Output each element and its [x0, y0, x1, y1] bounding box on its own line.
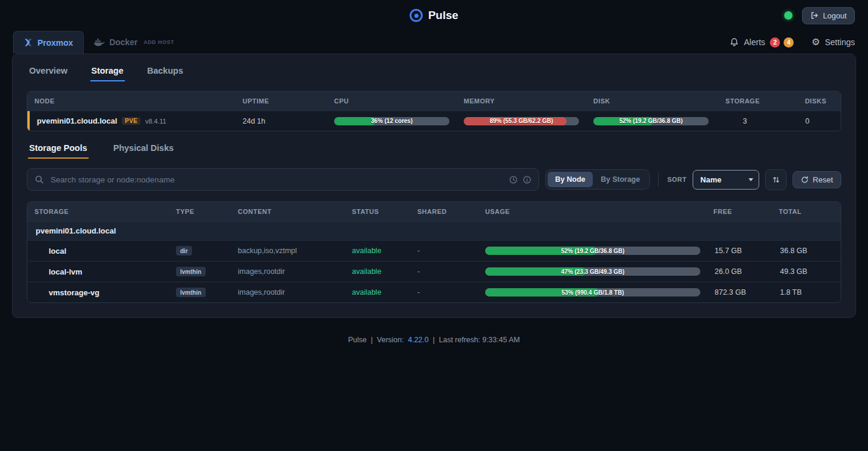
toolbar-divider — [658, 172, 659, 187]
storage-toolbar: By Node By Storage SORT Name Reset — [27, 168, 841, 191]
col-node: NODE — [27, 92, 235, 111]
col-disks: DISKS — [774, 92, 841, 111]
history-icon[interactable] — [509, 175, 518, 184]
storage-usage-label: 52% (19.2 GB/36.8 GB) — [485, 247, 700, 255]
pulse-logo-icon — [410, 9, 423, 22]
table-row[interactable]: vmstorage-vg lvmthin images,rootdir avai… — [27, 282, 841, 302]
group-by-toggle: By Node By Storage — [545, 169, 650, 190]
type-badge: lvmthin — [176, 288, 206, 297]
tab-overview[interactable]: Overview — [28, 66, 69, 81]
col-storage-name: STORAGE — [27, 202, 169, 221]
storage-shared: - — [410, 262, 478, 281]
storage-usage-bar: 52% (19.2 GB/36.8 GB) — [485, 247, 700, 255]
alerts-button[interactable]: Alerts 2 4 — [729, 37, 794, 48]
node-row[interactable]: pvemini01.cloud.local PVE v8.4.11 24d 1h… — [27, 111, 841, 131]
nav-bar: Proxmox Docker ADD HOST Alerts 2 4 ⚙ Set… — [0, 31, 868, 53]
node-group-row[interactable]: pvemini01.cloud.local — [27, 221, 841, 240]
storage-sub-tabs: Storage Pools Physical Disks — [28, 143, 840, 159]
app-title: Pulse — [428, 9, 458, 22]
gear-icon: ⚙ — [812, 37, 820, 47]
storage-shared: - — [410, 241, 478, 260]
tab-proxmox[interactable]: Proxmox — [13, 31, 84, 53]
reset-label: Reset — [813, 175, 833, 184]
table-row[interactable]: local dir backup,iso,vztmpl available - … — [27, 240, 841, 261]
col-memory: MEMORY — [457, 92, 586, 111]
node-table-header: NODE UPTIME CPU MEMORY DISK STORAGE DISK… — [27, 92, 841, 111]
storage-content: images,rootdir — [231, 283, 345, 302]
storage-free: 872.3 GB — [707, 283, 773, 302]
logout-button[interactable]: Logout — [802, 7, 855, 24]
top-bar: Pulse Logout — [0, 0, 868, 31]
node-table: NODE UPTIME CPU MEMORY DISK STORAGE DISK… — [27, 91, 841, 131]
group-by-storage-button[interactable]: By Storage — [593, 172, 647, 187]
footer-version-link[interactable]: 4.22.0 — [408, 336, 429, 344]
memory-usage-label: 89% (55.3 GB/62.2 GB) — [464, 117, 579, 125]
storage-total: 1.8 TB — [773, 283, 841, 302]
storage-name[interactable]: local — [27, 241, 169, 261]
col-storage: STORAGE — [716, 92, 774, 111]
storage-shared: - — [410, 283, 478, 302]
settings-button[interactable]: ⚙ Settings — [812, 37, 855, 47]
type-badge: dir — [176, 246, 192, 256]
sort-direction-button[interactable] — [765, 169, 787, 190]
connection-status-dot — [784, 11, 792, 20]
footer: Pulse | Version: 4.22.0 | Last refresh: … — [0, 336, 868, 344]
storage-free: 26.0 GB — [707, 262, 773, 281]
col-cpu: CPU — [327, 92, 457, 111]
footer-separator: | — [371, 336, 373, 344]
storage-usage-bar: 47% (23.3 GB/49.3 GB) — [485, 267, 700, 276]
col-status: STATUS — [345, 202, 410, 221]
search-icon — [34, 175, 44, 184]
storage-content: images,rootdir — [231, 262, 345, 281]
logout-label: Logout — [823, 11, 847, 20]
sort-select[interactable]: Name — [693, 170, 759, 190]
tab-physical-disks[interactable]: Physical Disks — [112, 143, 175, 159]
bell-icon — [729, 37, 739, 47]
sort-label: SORT — [667, 176, 687, 183]
col-type: TYPE — [169, 202, 231, 221]
cpu-usage-bar: 36% (12 cores) — [334, 117, 449, 125]
proxmox-icon — [24, 38, 33, 47]
tab-backups[interactable]: Backups — [146, 66, 184, 81]
storage-name[interactable]: local-lvm — [27, 262, 169, 282]
sort-arrows-icon — [772, 176, 780, 184]
refresh-icon — [801, 176, 809, 184]
node-uptime: 24d 1h — [235, 112, 327, 131]
type-badge: lvmthin — [176, 267, 206, 276]
main-tabs: Overview Storage Backups — [28, 66, 840, 81]
storage-free: 15.7 GB — [707, 241, 773, 260]
footer-separator: | — [433, 336, 435, 344]
tab-storage-pools[interactable]: Storage Pools — [28, 143, 89, 159]
reset-button[interactable]: Reset — [792, 171, 841, 188]
memory-usage-bar: 89% (55.3 GB/62.2 GB) — [464, 117, 579, 125]
alerts-critical-badge: 2 — [770, 37, 780, 48]
tab-docker[interactable]: Docker ADD HOST — [84, 31, 184, 53]
node-version: v8.4.11 — [145, 118, 166, 125]
storage-name[interactable]: vmstorage-vg — [27, 283, 169, 302]
tab-docker-label: Docker — [109, 37, 137, 47]
pve-badge: PVE — [122, 117, 140, 125]
storage-total: 36.8 GB — [773, 241, 841, 260]
storage-usage-label: 53% (990.4 GB/1.8 TB) — [485, 288, 700, 297]
storage-total: 49.3 GB — [773, 262, 841, 281]
group-by-node-button[interactable]: By Node — [548, 172, 593, 187]
storage-table: STORAGE TYPE CONTENT STATUS SHARED USAGE… — [27, 201, 841, 303]
footer-version-label: Version: — [377, 336, 404, 344]
disk-usage-bar: 52% (19.2 GB/36.8 GB) — [593, 117, 709, 125]
table-row[interactable]: local-lvm lvmthin images,rootdir availab… — [27, 261, 841, 282]
col-shared: SHARED — [410, 202, 478, 221]
col-content: CONTENT — [231, 202, 345, 221]
docker-icon — [94, 38, 105, 46]
col-free: FREE — [706, 202, 772, 221]
disk-usage-label: 52% (19.2 GB/36.8 GB) — [593, 117, 709, 125]
alerts-warning-badge: 4 — [784, 37, 794, 48]
info-icon[interactable] — [523, 175, 532, 184]
search-box[interactable] — [27, 168, 539, 191]
node-name[interactable]: pvemini01.cloud.local — [37, 116, 117, 125]
col-usage: USAGE — [478, 202, 706, 221]
storage-status: available — [345, 283, 410, 302]
storage-status: available — [345, 241, 410, 260]
add-host-label[interactable]: ADD HOST — [143, 39, 174, 45]
search-input[interactable] — [49, 175, 504, 185]
tab-storage[interactable]: Storage — [90, 66, 125, 81]
